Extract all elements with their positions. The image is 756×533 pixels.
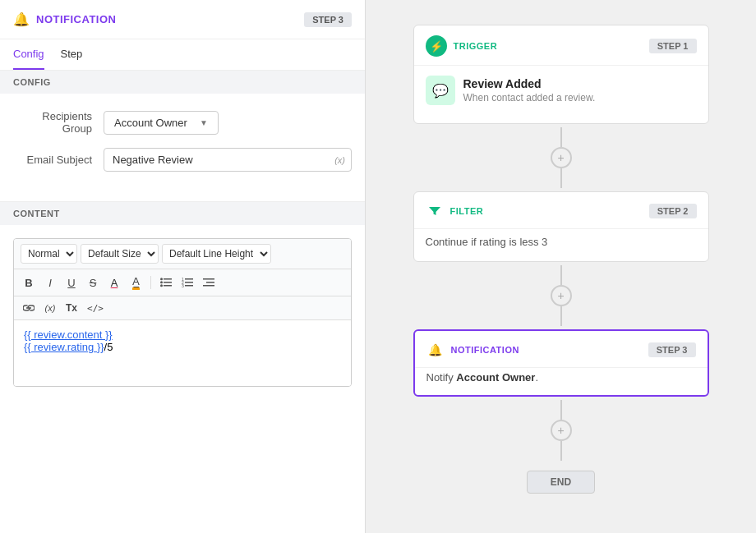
trigger-card-header: ⚡ TRIGGER STEP 1 — [414, 25, 708, 65]
email-subject-wrap: (x) — [104, 148, 352, 172]
connector-line-4 — [560, 306, 562, 326]
notification-card-header: 🔔 NOTIFICATION STEP 3 — [415, 331, 708, 367]
variable-icon[interactable]: (x) — [334, 155, 345, 165]
notif-body-text: Notify Account Owner. — [426, 371, 696, 384]
recipients-group-row: Recipients Group Account Owner ▼ — [13, 110, 352, 135]
notification-card: 🔔 NOTIFICATION STEP 3 Notify Account Own… — [413, 329, 709, 397]
review-added-subtitle: When contact added a review. — [463, 92, 596, 103]
variable-button[interactable]: (x) — [42, 301, 58, 315]
svg-rect-8 — [185, 285, 193, 287]
trigger-card-body: 💬 Review Added When contact added a revi… — [414, 65, 708, 123]
connector-1: + — [551, 127, 572, 188]
toolbar-row1: Normal Default Size Default Line Height — [14, 239, 351, 269]
email-subject-input[interactable] — [104, 148, 352, 172]
editor-content[interactable]: {{ review.content }} {{ review.rating }}… — [14, 320, 351, 386]
toolbar-row2: B I U S A A̲ 123 — [14, 269, 351, 296]
add-step-1-button[interactable]: + — [551, 147, 572, 168]
svg-text:3: 3 — [182, 283, 184, 287]
notif-step-badge: STEP 3 — [648, 342, 696, 357]
svg-rect-7 — [185, 282, 193, 283]
panel-header: 🔔 NOTIFICATION STEP 3 — [0, 0, 365, 39]
notif-title-row: 🔔 NOTIFICATION — [426, 341, 519, 359]
add-step-2-button[interactable]: + — [551, 285, 572, 306]
strikethrough-button[interactable]: S — [85, 275, 101, 291]
filter-card: FILTER STEP 2 Continue if rating is less… — [413, 191, 709, 262]
panel-title: NOTIFICATION — [36, 13, 116, 25]
add-step-3-button[interactable]: + — [551, 420, 572, 441]
svg-rect-12 — [203, 278, 214, 280]
list-ul-button[interactable] — [158, 276, 174, 289]
filter-icon — [426, 202, 444, 220]
connector-line-5 — [560, 400, 562, 420]
filter-body-text: Continue if rating is less 3 — [426, 232, 697, 250]
panel-header-left: 🔔 NOTIFICATION — [13, 11, 116, 27]
recipients-group-value: Account Owner — [114, 117, 187, 129]
font-size-select[interactable]: Default Size — [81, 244, 159, 264]
connector-line-1 — [560, 127, 562, 147]
svg-point-4 — [160, 281, 163, 283]
notif-type-label: NOTIFICATION — [451, 345, 519, 355]
toolbar-divider-1 — [150, 276, 151, 289]
content-section-header: CONTENT — [0, 202, 365, 225]
trigger-card: ⚡ TRIGGER STEP 1 💬 Review Added When con… — [413, 25, 709, 124]
italic-button[interactable]: I — [42, 275, 58, 291]
connector-2: + — [551, 265, 572, 326]
trigger-title-row: ⚡ TRIGGER — [426, 35, 498, 57]
left-panel: 🔔 NOTIFICATION STEP 3 Config Step CONFIG… — [0, 0, 366, 533]
toolbar-row3: (x) Tx </> — [14, 296, 351, 319]
email-subject-label: Email Subject — [13, 154, 104, 166]
svg-rect-1 — [164, 282, 172, 283]
clear-format-button[interactable]: Tx — [63, 301, 80, 315]
config-section: Recipients Group Account Owner ▼ Email S… — [0, 94, 365, 202]
review-icon-box: 💬 — [426, 76, 455, 105]
tab-config[interactable]: Config — [13, 39, 44, 70]
filter-title-row: FILTER — [426, 202, 484, 220]
line-height-select[interactable]: Default Line Height — [162, 244, 271, 264]
bold-button[interactable]: B — [21, 275, 37, 291]
filter-card-body: Continue if rating is less 3 — [414, 228, 708, 261]
content-section: Normal Default Size Default Line Height … — [0, 225, 365, 533]
editor-line-2: {{ review.rating }}{{ review.rating }}/5… — [24, 341, 341, 353]
code-button[interactable]: </> — [85, 301, 106, 315]
underline-button[interactable]: U — [63, 275, 80, 291]
trigger-type-label: TRIGGER — [454, 41, 498, 51]
panel-tabs: Config Step — [0, 39, 365, 71]
bell-icon: 🔔 — [13, 11, 30, 27]
trigger-icon: ⚡ — [426, 35, 447, 57]
connector-line-2 — [560, 168, 562, 188]
trigger-step-badge: STEP 1 — [649, 39, 697, 53]
editor-wrap: Normal Default Size Default Line Height … — [13, 238, 352, 387]
notif-body-bold: Account Owner — [456, 371, 535, 384]
svg-rect-6 — [185, 278, 193, 280]
editor-line-1: {{ review.content }} — [24, 329, 341, 341]
text-color-button[interactable]: A — [106, 275, 122, 291]
notif-icon: 🔔 — [426, 341, 445, 359]
step-badge: STEP 3 — [304, 12, 352, 27]
recipients-group-dropdown[interactable]: Account Owner ▼ — [104, 111, 219, 135]
notif-body-suffix: . — [535, 371, 538, 384]
tab-step[interactable]: Step — [61, 39, 83, 70]
config-section-header: CONFIG — [0, 71, 365, 94]
review-added-title: Review Added — [463, 77, 596, 90]
email-subject-row: Email Subject (x) — [13, 148, 352, 172]
notif-body-prefix: Notify — [426, 371, 457, 384]
indent-button[interactable] — [201, 276, 217, 289]
link-button[interactable] — [21, 302, 37, 314]
svg-point-5 — [160, 284, 163, 287]
list-ol-button[interactable]: 123 — [179, 276, 196, 289]
recipients-group-label: Recipients Group — [13, 110, 104, 135]
editor-toolbar: Normal Default Size Default Line Height … — [14, 239, 351, 320]
connector-line-6 — [560, 441, 562, 461]
highlight-button[interactable]: A̲ — [127, 273, 144, 292]
filter-type-label: FILTER — [450, 206, 484, 216]
review-rating-link[interactable]: {{ review.rating }} — [24, 341, 104, 353]
review-content-link[interactable]: {{ review.content }} — [24, 329, 113, 341]
connector-3: + — [551, 400, 572, 461]
svg-rect-2 — [164, 285, 172, 287]
svg-rect-14 — [203, 285, 214, 287]
filter-step-badge: STEP 2 — [649, 204, 697, 218]
connector-line-3 — [560, 265, 562, 285]
right-panel: ⚡ TRIGGER STEP 1 💬 Review Added When con… — [366, 0, 756, 533]
text-style-select[interactable]: Normal — [21, 244, 77, 264]
svg-rect-0 — [164, 278, 172, 280]
